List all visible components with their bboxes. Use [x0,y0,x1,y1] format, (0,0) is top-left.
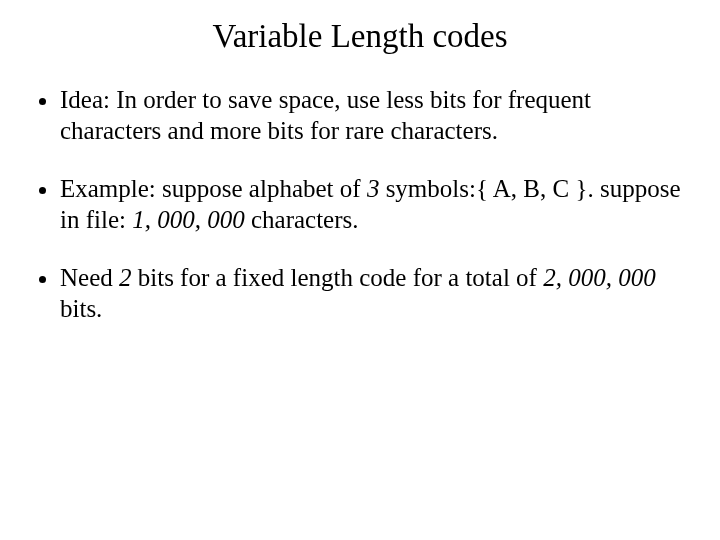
list-item: Idea: In order to save space, use less b… [60,85,684,146]
bullet-number: 2, 000, 000 [543,264,656,291]
bullet-text: Idea: In order to save space, use less b… [60,86,591,144]
bullet-text: Example: suppose alphabet of [60,175,367,202]
slide-title: Variable Length codes [36,18,684,55]
list-item: Example: suppose alphabet of 3 symbols:{… [60,174,684,235]
bullet-text: characters. [245,206,359,233]
bullet-text: bits for a fixed length code for a total… [132,264,544,291]
bullet-text: bits. [60,295,102,322]
bullet-number: 2 [119,264,132,291]
bullet-number: 3 [367,175,380,202]
bullet-number: 1, 000, 000 [132,206,245,233]
bullet-list: Idea: In order to save space, use less b… [36,85,684,324]
slide: Variable Length codes Idea: In order to … [0,0,720,540]
list-item: Need 2 bits for a fixed length code for … [60,263,684,324]
bullet-text: Need [60,264,119,291]
